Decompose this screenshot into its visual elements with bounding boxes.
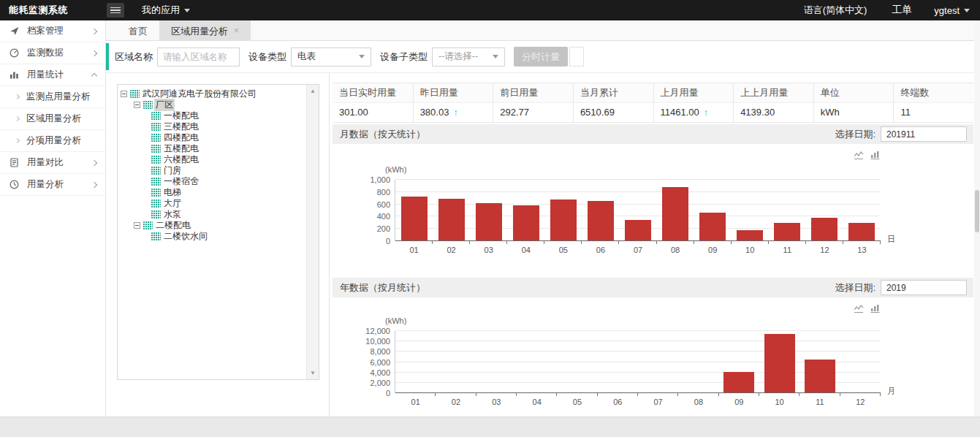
tree-node[interactable]: 二楼饮水间 bbox=[119, 231, 304, 242]
sidebar-item-1[interactable]: 档案管理 bbox=[0, 20, 105, 42]
time-share-metering-button[interactable]: 分时计量 bbox=[514, 47, 568, 66]
collapse-icon[interactable] bbox=[134, 222, 140, 229]
usage-analysis-icon bbox=[9, 179, 20, 190]
tree-node[interactable]: 六楼配电 bbox=[119, 154, 304, 165]
bar-band bbox=[657, 180, 694, 241]
sidebar-item-3[interactable]: 用量统计 bbox=[0, 64, 105, 86]
x-axis-labels: 01020304050607080910111213 bbox=[395, 246, 881, 254]
building-icon bbox=[143, 221, 153, 229]
tree-node[interactable]: 电梯 bbox=[119, 187, 304, 198]
sidebar-subitem-label: 分项用量分析 bbox=[26, 134, 81, 147]
close-icon[interactable]: × bbox=[234, 21, 239, 41]
user-menu[interactable]: ygtest bbox=[934, 5, 970, 16]
monthly-chart-title: 月数据（按天统计） bbox=[340, 128, 425, 141]
building-icon bbox=[151, 210, 161, 218]
my-apps-menu[interactable]: 我的应用 bbox=[142, 4, 190, 17]
region-name-input[interactable] bbox=[157, 48, 240, 66]
x-tick-label: 05 bbox=[557, 398, 597, 406]
x-tick-label: 13 bbox=[843, 246, 881, 254]
bar-band bbox=[719, 331, 759, 393]
footer-strip bbox=[0, 417, 980, 437]
collapse-icon[interactable] bbox=[134, 102, 140, 108]
sidebar-subitem-区域用量分析[interactable]: 区域用量分析 bbox=[0, 108, 105, 130]
bar-band bbox=[759, 331, 799, 393]
bar bbox=[588, 201, 614, 241]
y-tick-label: 800 bbox=[352, 188, 390, 197]
bar-series bbox=[395, 180, 881, 241]
time-share-toggle-box[interactable] bbox=[569, 47, 584, 66]
chevron-down-icon bbox=[359, 55, 365, 58]
tree-scrollbar[interactable]: ▲ ▼ bbox=[306, 85, 319, 379]
device-subtype-select[interactable]: --请选择-- bbox=[432, 48, 505, 66]
bar-band bbox=[732, 180, 769, 241]
tree-node[interactable]: 大厅 bbox=[119, 198, 304, 209]
archive-icon bbox=[9, 26, 20, 37]
tick-mark bbox=[395, 241, 433, 244]
monthly-chart-toolbox bbox=[854, 151, 880, 160]
tree-node[interactable]: 五楼配电 bbox=[119, 143, 304, 154]
x-axis-ticks bbox=[395, 393, 881, 396]
cell-value: kWh bbox=[821, 107, 840, 118]
x-tick-label: 07 bbox=[638, 398, 678, 406]
table-header-cell: 当月累计 bbox=[573, 83, 653, 102]
bar-band bbox=[395, 331, 436, 393]
x-tick-label: 03 bbox=[476, 398, 517, 406]
sidebar-subitem-监测点用量分析[interactable]: 监测点用量分析 bbox=[0, 86, 105, 108]
language-switcher[interactable]: 语言(简体中文) bbox=[804, 4, 867, 17]
tick-mark bbox=[732, 241, 769, 244]
tree-node[interactable]: 门房 bbox=[119, 165, 304, 176]
tree-node[interactable]: 一楼宿舍 bbox=[119, 176, 304, 187]
work-order-link[interactable]: 工单 bbox=[892, 4, 912, 17]
topbar: 能耗监测系统 我的应用 语言(简体中文) 工单 ygtest bbox=[0, 0, 980, 20]
sidebar-item-2[interactable]: 监测数据 bbox=[0, 42, 105, 64]
x-tick-label: 06 bbox=[582, 246, 619, 254]
my-apps-label: 我的应用 bbox=[142, 4, 180, 17]
bar-chart-icon[interactable] bbox=[870, 151, 880, 160]
tree-node[interactable]: 一楼配电 bbox=[119, 110, 304, 121]
tree-node[interactable]: 水泵 bbox=[119, 209, 304, 220]
bar-band bbox=[557, 331, 597, 393]
collapse-icon[interactable] bbox=[121, 91, 127, 97]
bar-band bbox=[638, 331, 678, 393]
tick-mark bbox=[719, 393, 759, 396]
building-icon bbox=[151, 123, 161, 131]
scroll-up-icon[interactable]: ▲ bbox=[307, 88, 319, 94]
bar-band bbox=[619, 180, 656, 241]
device-type-value: 电表 bbox=[297, 50, 316, 63]
monthly-date-input[interactable] bbox=[881, 126, 967, 142]
tree-node[interactable]: 三楼配电 bbox=[119, 121, 304, 132]
tree-node[interactable]: 武汉阿迪克电子股份有限公司 bbox=[119, 88, 304, 99]
line-chart-icon[interactable] bbox=[854, 151, 864, 160]
tree-node-label[interactable]: 二楼饮水间 bbox=[162, 230, 209, 243]
tree-node[interactable]: 四楼配电 bbox=[119, 132, 304, 143]
yearly-chart-toolbox bbox=[854, 304, 880, 314]
device-type-select[interactable]: 电表 bbox=[291, 48, 371, 66]
hamburger-menu-icon[interactable] bbox=[107, 3, 124, 18]
x-tick-label: 06 bbox=[598, 398, 638, 406]
bar-band bbox=[843, 180, 881, 241]
bar-chart-icon[interactable] bbox=[870, 304, 880, 314]
cell-value: 11461.00 bbox=[661, 107, 699, 118]
summary-table-value-row: 301.00380.03↑292.776510.6911461.00↑4139.… bbox=[333, 103, 973, 123]
scroll-down-icon[interactable]: ▼ bbox=[307, 370, 319, 376]
scrollbar-thumb[interactable] bbox=[975, 190, 979, 232]
page-scrollbar[interactable] bbox=[974, 20, 980, 417]
building-icon bbox=[151, 112, 161, 120]
yearly-date-input[interactable] bbox=[881, 280, 967, 295]
x-axis-ticks bbox=[395, 241, 881, 244]
line-chart-icon[interactable] bbox=[854, 304, 864, 314]
tab-1[interactable]: 首页 bbox=[117, 20, 159, 41]
y-tick-label: 12,000 bbox=[352, 327, 390, 335]
sidebar-item-4[interactable]: 用量对比 bbox=[0, 152, 105, 174]
bar-band bbox=[517, 331, 557, 393]
tree-node[interactable]: 厂区 bbox=[119, 99, 304, 110]
tree-node[interactable]: 二楼配电 bbox=[119, 220, 304, 231]
building-icon bbox=[151, 156, 161, 164]
tick-mark bbox=[638, 393, 678, 396]
table-header-cell: 单位 bbox=[813, 83, 894, 102]
x-tick-label: 10 bbox=[732, 246, 769, 254]
building-icon bbox=[151, 134, 161, 142]
tab-2[interactable]: 区域用量分析× bbox=[159, 20, 251, 41]
sidebar-item-5[interactable]: 用量分析 bbox=[0, 174, 105, 196]
sidebar-subitem-分项用量分析[interactable]: 分项用量分析 bbox=[0, 130, 105, 152]
